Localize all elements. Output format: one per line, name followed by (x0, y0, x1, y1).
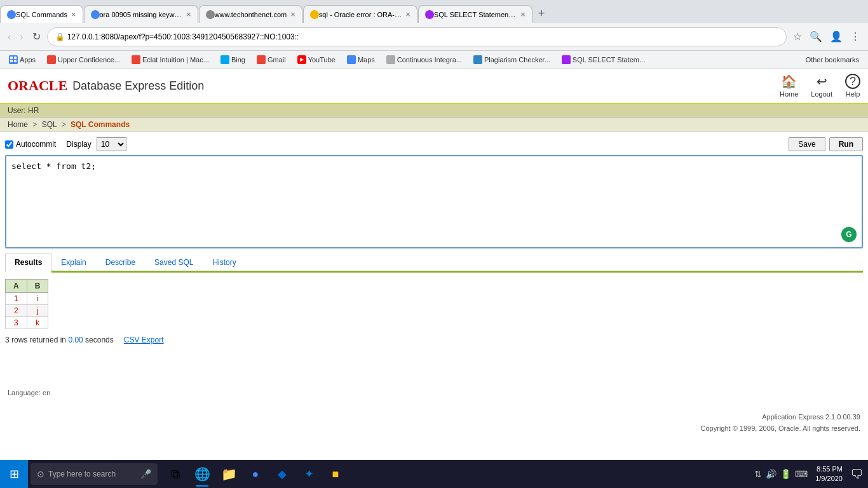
run-button[interactable]: Run (829, 137, 863, 151)
bm-fav-10 (562, 55, 571, 64)
bm-fav-3 (132, 55, 140, 64)
taskbar: ⊞ ⊙ Type here to search 🎤 ⧉ 🌐 📁 ● ◆ ✦ ■ … (0, 460, 868, 488)
speaker-icon[interactable]: 🔊 (766, 469, 776, 479)
bookmark-star[interactable]: ☆ (790, 29, 804, 44)
oracle-logout-nav[interactable]: ↩ Logout (811, 74, 832, 98)
autocommit-checkbox[interactable] (5, 140, 13, 149)
browser-toolbar: ‹ › ↻ 🔒 ☆ 🔍 👤 ⋮ (0, 23, 868, 51)
tab-close-5[interactable]: × (520, 10, 526, 18)
breadcrumb-sep1: > (32, 120, 37, 129)
chrome-taskbar[interactable]: 🌐 (189, 460, 215, 488)
bookmark-upper-confidence[interactable]: Upper Confidence... (43, 54, 124, 65)
forward-button[interactable]: › (17, 29, 25, 44)
profile-button[interactable]: 👤 (827, 29, 845, 44)
bookmark-youtube[interactable]: ▶ YouTube (294, 54, 339, 65)
oracle-header: ORACLE Database Express Edition 🏠 Home ↩… (0, 69, 868, 104)
breadcrumb: Home > SQL > SQL Commands (0, 118, 868, 132)
taskview-button[interactable]: ⧉ (163, 460, 188, 488)
start-button[interactable]: ⊞ (0, 460, 28, 488)
vscode-taskbar[interactable]: ✦ (296, 460, 322, 488)
app3-taskbar[interactable]: ● (243, 460, 268, 488)
oracle-home-nav[interactable]: 🏠 Home (780, 74, 798, 98)
bookmark-apps[interactable]: Apps (5, 54, 39, 65)
tab-close-4[interactable]: × (405, 10, 410, 18)
back-button[interactable]: ‹ (5, 29, 13, 44)
clock-date: 1/9/2020 (815, 474, 843, 484)
tab-stackoverflow[interactable]: sql - Oracle error : ORA-00905 × (303, 5, 417, 23)
display-select[interactable]: 10 25 50 100 (97, 137, 126, 151)
oracle-logo-text: ORACLE (8, 78, 67, 94)
breadcrumb-sql[interactable]: SQL (42, 120, 57, 129)
sql-editor[interactable]: select * from t2; (6, 156, 862, 245)
bookmark-plagiarism[interactable]: Plagiarism Checker... (470, 54, 554, 65)
address-bar[interactable]: 🔒 (47, 27, 787, 46)
tab-label-2: ora 00905 missing keyword - C... (100, 11, 182, 18)
tab-favicon-5 (425, 10, 434, 19)
tab-results[interactable]: Results (5, 254, 51, 273)
language-bar: Language: en (0, 388, 868, 398)
bm-fav-4 (220, 55, 229, 64)
tab-bar: SQL Commands × ora 00905 missing keyword… (0, 0, 868, 23)
oracle-db-text: Database Express Edition (72, 79, 204, 93)
breadcrumb-home[interactable]: Home (8, 120, 28, 129)
battery-icon[interactable]: 🔋 (780, 469, 791, 479)
app4-taskbar[interactable]: ◆ (269, 460, 295, 488)
tab-close-1[interactable]: × (71, 10, 76, 18)
bookmark-eclat-label: Eclat Intuition | Mac... (142, 56, 209, 64)
bookmark-sql-select[interactable]: SQL SELECT Statem... (558, 54, 649, 65)
sql-toolbar-right: Save Run (789, 137, 863, 151)
oracle-help-nav[interactable]: ? Help (845, 74, 860, 98)
tab-label-3: www.techonthenet.com (215, 11, 287, 18)
refresh-button[interactable]: ↻ (30, 29, 43, 44)
search-text: Type here to search (48, 470, 116, 478)
csv-export-link[interactable]: CSV Export (124, 336, 164, 344)
new-tab-button[interactable]: + (533, 7, 550, 20)
tab-explain[interactable]: Explain (51, 254, 95, 271)
tab-close-2[interactable]: × (186, 10, 191, 18)
grammarly-icon[interactable]: G (841, 227, 857, 242)
tab-close-3[interactable]: × (290, 10, 295, 18)
bookmark-gmail[interactable]: Gmail (253, 54, 290, 65)
tab-techonthenet[interactable]: www.techonthenet.com × (199, 5, 302, 23)
app6-taskbar[interactable]: ■ (323, 460, 348, 488)
network-icon[interactable]: ⇅ (754, 469, 762, 479)
tab-saved-sql[interactable]: Saved SQL (145, 254, 203, 271)
taskbar-right: ⇅ 🔊 🔋 ⌨ 8:55 PM 1/9/2020 🗨 (754, 464, 868, 484)
bookmark-continuous-integra[interactable]: Continuous Integra... (383, 54, 466, 65)
search-icon: ⊙ (37, 469, 44, 479)
tab-history[interactable]: History (203, 254, 245, 271)
taskbar-search[interactable]: ⊙ Type here to search 🎤 (31, 463, 158, 485)
sql-editor-wrapper: select * from t2; G (5, 155, 863, 248)
user-bar: User: HR (0, 104, 868, 118)
taskbar-clock[interactable]: 8:55 PM 1/9/2020 (813, 464, 845, 484)
file-explorer-taskbar[interactable]: 📁 (216, 460, 241, 488)
save-button[interactable]: Save (789, 137, 825, 151)
col-header-a: A (6, 280, 27, 293)
sql-commands-area: Autocommit Display 10 25 50 100 Save Run… (0, 132, 868, 349)
zoom-button[interactable]: 🔍 (807, 29, 825, 44)
bookmark-apps-label: Apps (20, 56, 36, 64)
oracle-logout-label: Logout (811, 90, 832, 98)
tab-sql-select[interactable]: SQL SELECT Statement | SQL S... × (418, 5, 532, 23)
user-label: User: HR (8, 106, 39, 115)
taskbar-apps: ⧉ 🌐 📁 ● ◆ ✦ ■ (163, 460, 348, 488)
oracle-logo: ORACLE Database Express Edition (8, 78, 204, 94)
tab-sql-commands[interactable]: SQL Commands × (0, 5, 83, 23)
cell-1-a: 1 (6, 293, 27, 305)
microphone-icon[interactable]: 🎤 (140, 469, 151, 479)
other-bookmarks[interactable]: Other bookmarks (802, 55, 863, 65)
table-row: 3 k (6, 317, 48, 329)
bookmark-maps[interactable]: Maps (343, 54, 379, 65)
keyboard-icon[interactable]: ⌨ (795, 469, 808, 479)
notification-icon[interactable]: 🗨 (850, 467, 863, 482)
bookmark-bing[interactable]: Bing (217, 54, 249, 65)
address-input[interactable] (67, 32, 778, 41)
autocommit-label: Autocommit (5, 140, 56, 149)
bookmark-gmail-label: Gmail (268, 56, 286, 64)
chrome-icon: 🌐 (194, 466, 210, 482)
tab-describe[interactable]: Describe (96, 254, 145, 271)
bookmark-upper-label: Upper Confidence... (58, 56, 120, 64)
menu-button[interactable]: ⋮ (848, 29, 863, 44)
tab-google[interactable]: ora 00905 missing keyword - C... × (84, 5, 198, 23)
bookmark-eclat[interactable]: Eclat Intuition | Mac... (128, 54, 213, 65)
